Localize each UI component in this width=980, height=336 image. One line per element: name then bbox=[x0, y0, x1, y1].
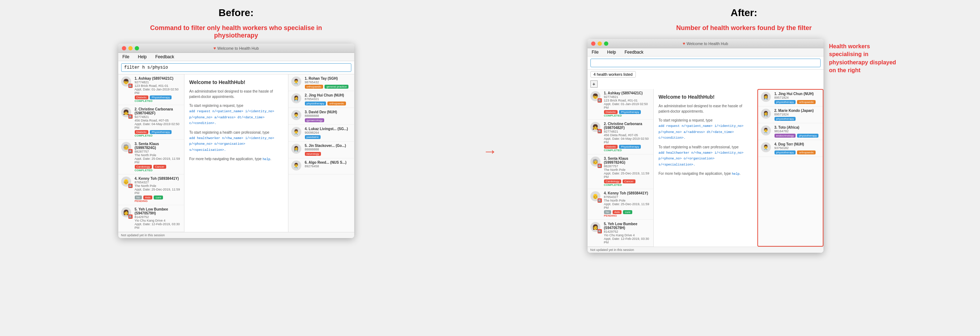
before-welcome-desc: An administrative tool designed to ease … bbox=[189, 89, 283, 99]
before-titlebar: ♥ Welcome to Health Hub bbox=[118, 44, 354, 53]
after-hw-cmd: add healthworker n/<hw_name> i/<identity… bbox=[659, 151, 744, 167]
tag-physio-2: Physiotherapy bbox=[150, 130, 172, 134]
after-plus-btn[interactable]: + bbox=[590, 80, 598, 88]
patient-4-name: 4. Kenny Toh (S8938441Y) bbox=[135, 177, 181, 180]
after-welcome-title: Welcome to HealthHub! bbox=[659, 94, 752, 100]
hw-3-tag-1: gynaecology bbox=[305, 118, 325, 122]
after-hw-2: 👩‍⚕️ 2. Marie Kondo (Japan) 89571824 phy… bbox=[758, 107, 823, 123]
before-welcome-title: Welcome to HealthHub! bbox=[189, 80, 283, 85]
patient-3-info: 3. Senta Klaus (S9997824G) 88287757 The … bbox=[135, 142, 181, 172]
patient-2-date: Appt. Date: 04-May-2019 02:50 PM bbox=[135, 122, 181, 129]
before-welcome-pane: Welcome to HealthHub! An administrative … bbox=[185, 74, 288, 232]
before-hw-pane: 👨‍⚕️ 1. Rohan Tay (SGH) 98765432 orthopa… bbox=[288, 74, 354, 232]
after-window-wrapper: ♥ Welcome to Health Hub File Help Feedba… bbox=[587, 39, 824, 253]
after-command-bar bbox=[587, 56, 824, 70]
tag-cancer: Cancer bbox=[153, 165, 166, 169]
after-window-controls bbox=[591, 41, 608, 46]
arrow-right-icon: → bbox=[483, 143, 497, 159]
after-patient-4: 👴 🏥 4. Kenny Toh (S8938441Y) 87654327 Th… bbox=[587, 189, 653, 220]
patient-4-badge: 🏥 bbox=[128, 184, 133, 188]
before-patient-5: 👩 🏥 5. Yeh Low Bumbee (S9470579H) 814297… bbox=[118, 205, 184, 232]
patient-1-id: 92774821 bbox=[135, 80, 181, 84]
hw-5-tags: neurology bbox=[305, 151, 351, 156]
hw-6-avatar: 👨‍⚕️ bbox=[291, 161, 303, 172]
after-window: ♥ Welcome to Health Hub File Help Feedba… bbox=[587, 39, 824, 253]
patient-3-name: 3. Senta Klaus (S9997824G) bbox=[135, 142, 181, 150]
before-title: Before: bbox=[218, 7, 253, 19]
before-patient-list: 👦 🏥 1. Ashkay (S8974421C) 92774821 123 B… bbox=[118, 74, 185, 232]
hw-4-tag-1: paediatric bbox=[305, 135, 321, 139]
patient-5-id: 81429752 bbox=[135, 215, 181, 219]
patient-2-avatar: 👧 🏥 bbox=[121, 107, 133, 119]
after-annotation-bottom: Health workers specialising in physiothe… bbox=[829, 43, 900, 75]
patient-4-id: 87654327 bbox=[135, 180, 181, 184]
before-hw-1: 👨‍⚕️ 1. Rohan Tay (SGH) 98765432 orthopa… bbox=[288, 74, 354, 91]
tag-diabetic-2: Diabetic bbox=[135, 130, 149, 134]
hw-2-tag-1: physiotherapy bbox=[305, 102, 326, 105]
patient-5-info: 5. Yeh Low Bumbee (S9470579H) 81429752 Y… bbox=[135, 207, 181, 229]
tag-no: No bbox=[135, 196, 142, 199]
after-hw-4-tag-2: orthopaedic bbox=[797, 150, 816, 154]
patient-2-tags: Diabetic Physiotherapy bbox=[135, 129, 181, 134]
hw-4-id: 90098264 bbox=[305, 131, 351, 134]
after-hw-4: 👨‍⚕️ 4. Dog Terr (NUH) 93750182 physioth… bbox=[758, 140, 823, 157]
before-patient-2: 👧 🏥 2. Christine Carbonara (S9870482F) 9… bbox=[118, 105, 184, 140]
hw-1-tag-2: general practice bbox=[325, 85, 348, 89]
after-titlebar: ♥ Welcome to Health Hub bbox=[587, 39, 824, 48]
patient-3-status: COMPLETED bbox=[135, 169, 181, 172]
after-section: After: Number of health workers found by… bbox=[515, 7, 973, 253]
maximize-btn[interactable] bbox=[135, 46, 139, 50]
after-menu-file[interactable]: File bbox=[590, 49, 600, 56]
tag-cure: cure bbox=[154, 196, 163, 199]
before-patient-4: 👴 🏥 4. Kenny Toh (S8938441Y) 87654327 Th… bbox=[118, 174, 184, 205]
before-command-bar bbox=[118, 61, 354, 74]
hw-4-avatar: 👨‍⚕️ bbox=[291, 127, 303, 139]
after-patient-5: 👩 🏥 5. Yeh Low Bumbee (S9470579H) 814297… bbox=[587, 220, 653, 247]
after-menu-help[interactable]: Help bbox=[606, 49, 617, 56]
hw-1-info: 1. Rohan Tay (SGH) 98765432 orthopaedic … bbox=[305, 76, 351, 89]
after-menubar: File Help Feedback bbox=[587, 48, 824, 56]
after-patient-1-info: 1. Ashkay (S8974421C) 92774821 123 Brick… bbox=[604, 91, 651, 117]
before-welcome-help: For more help navigating the application… bbox=[189, 156, 283, 162]
hw-4-name: 4. Lukaz Livingst... (SG...) bbox=[305, 127, 351, 131]
after-menu-feedback[interactable]: Feedback bbox=[623, 49, 645, 56]
hw-2-tag-2: orthopaedic bbox=[328, 102, 346, 105]
after-maximize-btn[interactable] bbox=[604, 41, 608, 46]
hw-1-id: 98765432 bbox=[305, 80, 351, 84]
after-hw-4-tag-1: physiotherapy bbox=[775, 150, 796, 154]
patient-3-tags: Cardiology Cancer bbox=[135, 164, 181, 169]
patient-3-avatar: 🧓 🏥 bbox=[121, 142, 133, 153]
close-btn[interactable] bbox=[122, 46, 126, 50]
hw-3-avatar: 👨‍⚕️ bbox=[291, 110, 303, 121]
after-hw-pane: 👩‍⚕️ 1. Jing Hui Chun (NUH) 89571824 phy… bbox=[757, 89, 824, 247]
hw-2-name: 2. Jing Hui Chun (NUH) bbox=[305, 93, 351, 97]
after-patient-3: 🧓 🏥 3. Senta Klaus (S9997824G) 88287757 … bbox=[587, 154, 653, 189]
hw-6-id: 89276458 bbox=[305, 164, 351, 168]
patient-3-id: 88287757 bbox=[135, 150, 181, 153]
after-command-input[interactable] bbox=[590, 59, 821, 67]
patient-1-info: 1. Ashkay (S8974421C) 92774821 123 Brick… bbox=[135, 76, 181, 103]
after-close-btn[interactable] bbox=[591, 41, 595, 46]
after-heart-icon: ♥ bbox=[682, 41, 685, 46]
minimize-btn[interactable] bbox=[128, 46, 133, 50]
hw-5-id: 88888888 bbox=[305, 148, 351, 151]
patient-4-address: The North Pole bbox=[135, 184, 181, 188]
menu-feedback[interactable]: Feedback bbox=[154, 54, 176, 60]
patient-3-badge: 🏥 bbox=[128, 149, 133, 153]
menu-help[interactable]: Help bbox=[137, 54, 148, 60]
after-hw-3: 👨‍⚕️ 3. Toto (Africa) 98164782 endocrino… bbox=[758, 123, 823, 140]
after-welcome-pane: Welcome to HealthHub! An administrative … bbox=[654, 89, 757, 247]
patient-2-address: 456 Dieta Road, #07-05 bbox=[135, 119, 181, 122]
patient-4-avatar: 👴 🏥 bbox=[121, 177, 133, 188]
patient-1-status: COMPLETED bbox=[135, 99, 181, 103]
before-annotation: Command to filter only health workers wh… bbox=[129, 24, 344, 39]
patient-5-date: Appt. Date: 12-Feb-2019, 03:30 PM bbox=[135, 222, 181, 229]
menu-file[interactable]: File bbox=[121, 54, 131, 60]
patient-2-id: 92774821 bbox=[135, 115, 181, 119]
patient-4-tags: No Aids cure bbox=[135, 195, 181, 199]
after-minimize-btn[interactable] bbox=[598, 41, 602, 46]
before-command-input[interactable] bbox=[121, 63, 351, 72]
patient-3-date: Appt. Date: 25-Dec-2019, 11:59 PM bbox=[135, 157, 181, 164]
hw-2-avatar: 👩‍⚕️ bbox=[291, 93, 303, 105]
before-menubar: File Help Feedback bbox=[118, 53, 354, 61]
